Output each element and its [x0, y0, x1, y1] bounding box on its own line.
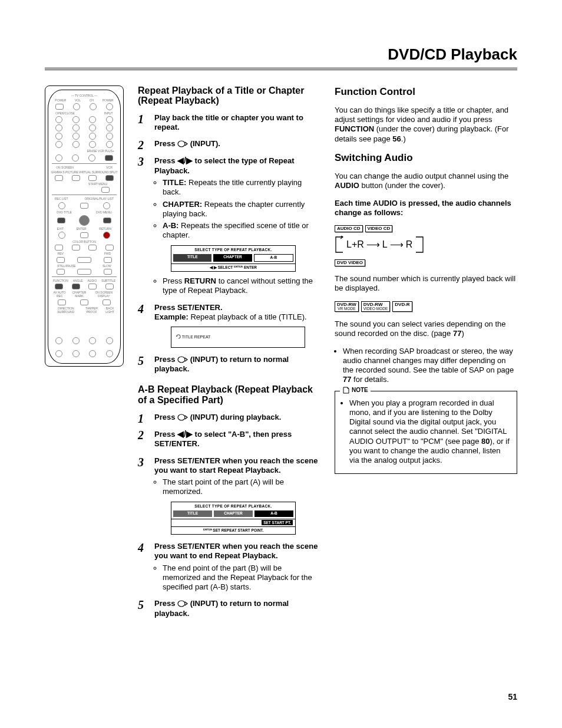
step-4: Press SET/ENTER. Example: Repeat playbac…	[138, 303, 320, 348]
page: DVD/CD Playback — TV CONTROL — POWERVOLC…	[0, 0, 562, 728]
column-right: Function Control You can do things like …	[335, 85, 517, 625]
input-icon	[177, 356, 188, 363]
sap-bullet: When recording SAP broadcast or stereo, …	[335, 347, 517, 385]
svg-point-2	[178, 414, 185, 420]
step-2: Press (INPUT).	[138, 139, 320, 149]
note-box: NOTE When you play a program recorded in…	[335, 391, 517, 475]
ab-step-4: Press SET/ENTER when you reach the scene…	[138, 542, 320, 592]
heading-switching-audio: Switching Audio	[335, 151, 517, 164]
audio-flow-diagram: L+R ⟶ L ⟶ R	[335, 236, 517, 253]
sound-number-body: The sound number which is currently play…	[335, 274, 517, 294]
column-middle: Repeat Playback of a Title or Chapter (R…	[138, 85, 320, 625]
sound-varies-body: The sound you can select varies dependin…	[335, 319, 517, 339]
ab-step-1: Press (INPUT) during playback.	[138, 413, 320, 422]
left-right-arrow-icon: ◀/▶	[177, 156, 193, 165]
osd-repeat-type: SELECT TYPE OF REPEAT PLAYBACK. TITLE CH…	[171, 245, 296, 272]
step-1: Play back the title or chapter you want …	[138, 113, 320, 133]
remote-header: — TV CONTROL —	[51, 94, 118, 97]
rule	[45, 68, 517, 68]
left-right-arrow-icon: ◀/▶	[177, 429, 193, 439]
ab-step-3: Press SET/ENTER when you reach the scene…	[138, 456, 320, 535]
disc-tags-1: AUDIO CD VIDEO CD	[335, 225, 517, 232]
section-title: DVD/CD Playback	[45, 45, 517, 68]
arrow-icon: ⟶	[390, 239, 404, 251]
remote-illustration: — TV CONTROL — POWERVOLCHPOWER OPEN/CLOS…	[45, 85, 124, 625]
input-icon	[177, 600, 188, 607]
function-control-body: You can do things like specify a title o…	[335, 106, 517, 144]
steps-ab-repeat: Press (INPUT) during playback. Press ◀/▶…	[138, 413, 320, 618]
heading-ab-repeat: A-B Repeat Playback (Repeat Playback of …	[138, 384, 320, 405]
input-icon	[177, 140, 188, 147]
rule	[45, 70, 517, 70]
step-3: Press ◀/▶ to select the type of Repeat P…	[138, 156, 320, 295]
note-icon	[342, 387, 349, 394]
flow-corner-icon	[415, 236, 424, 253]
heading-function-control: Function Control	[335, 85, 517, 98]
osd-title-repeat: TITLE REPEAT	[171, 327, 305, 348]
flow-corner-icon	[335, 236, 344, 253]
repeat-icon	[176, 334, 181, 339]
input-icon	[177, 414, 188, 421]
page-number: 51	[508, 692, 517, 703]
heading-repeat-playback: Repeat Playback of a Title or Chapter (R…	[138, 85, 320, 106]
ab-step-5: Press (INPUT) to return to normal playba…	[138, 599, 320, 618]
bullet-list: TITLE: Repeats the title currently playi…	[154, 178, 320, 241]
steps-repeat: Play back the title or chapter you want …	[138, 113, 320, 374]
disc-tags-3: DVD-RWVR MODE DVD-RWVIDEO MODE DVD-R	[335, 301, 517, 312]
switching-audio-body: You can change the audio output channel …	[335, 172, 517, 191]
disc-tags-2: DVD VIDEO	[335, 259, 517, 266]
ab-step-2: Press ◀/▶ to select "A-B", then press SE…	[138, 429, 320, 449]
svg-point-0	[178, 141, 185, 147]
svg-point-1	[178, 357, 185, 363]
content-columns: — TV CONTROL — POWERVOLCHPOWER OPEN/CLOS…	[45, 85, 517, 625]
step-5: Press (INPUT) to return to normal playba…	[138, 355, 320, 374]
arrow-icon: ⟶	[366, 239, 380, 251]
osd-ab-start: SELECT TYPE OF REPEAT PLAYBACK. TITLE CH…	[171, 502, 296, 535]
svg-point-3	[178, 601, 185, 607]
each-time-audio: Each time AUDIO is pressed, the audio ch…	[335, 199, 517, 218]
note-label: NOTE	[340, 387, 371, 394]
